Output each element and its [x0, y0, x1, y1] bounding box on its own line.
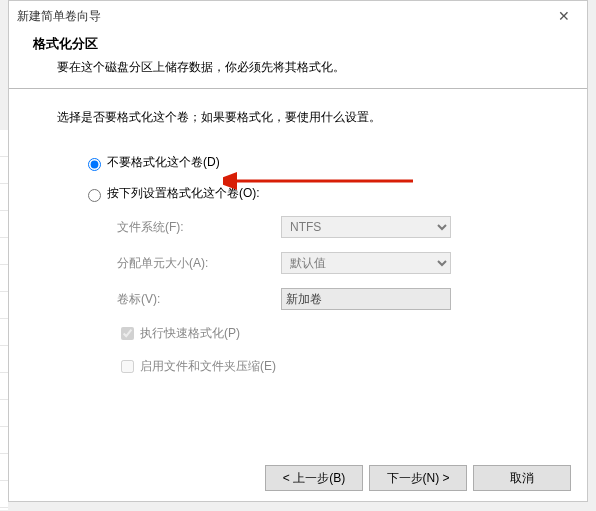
- filesystem-select: NTFS: [281, 216, 451, 238]
- quick-format-label: 执行快速格式化(P): [140, 325, 240, 342]
- allocation-select: 默认值: [281, 252, 451, 274]
- titlebar-text: 新建简单卷向导: [17, 1, 101, 31]
- titlebar: 新建简单卷向导 ✕: [9, 1, 587, 31]
- close-icon[interactable]: ✕: [549, 1, 579, 31]
- quick-format-row: 执行快速格式化(P): [117, 324, 539, 343]
- compress-checkbox: [121, 360, 134, 373]
- back-button[interactable]: < 上一步(B): [265, 465, 363, 491]
- radio-no-format[interactable]: [88, 158, 101, 171]
- wizard-footer: < 上一步(B) 下一步(N) > 取消: [265, 465, 571, 491]
- filesystem-row: 文件系统(F): NTFS: [117, 216, 539, 238]
- volume-label-text: 卷标(V):: [117, 291, 281, 308]
- compress-row: 启用文件和文件夹压缩(E): [117, 357, 539, 376]
- volume-label-input: [281, 288, 451, 310]
- filesystem-label: 文件系统(F):: [117, 219, 281, 236]
- header-description: 要在这个磁盘分区上储存数据，你必须先将其格式化。: [33, 59, 563, 76]
- background-left-strip: [0, 130, 8, 510]
- radio-no-format-label: 不要格式化这个卷(D): [107, 154, 220, 171]
- wizard-content: 选择是否要格式化这个卷；如果要格式化，要使用什么设置。 不要格式化这个卷(D) …: [9, 89, 587, 376]
- radio-do-format[interactable]: [88, 189, 101, 202]
- volume-label-row: 卷标(V):: [117, 288, 539, 310]
- allocation-label: 分配单元大小(A):: [117, 255, 281, 272]
- format-form: 文件系统(F): NTFS 分配单元大小(A): 默认值 卷标(V):: [117, 216, 539, 310]
- radio-no-format-row[interactable]: 不要格式化这个卷(D): [83, 154, 539, 171]
- wizard-dialog: 新建简单卷向导 ✕ 格式化分区 要在这个磁盘分区上储存数据，你必须先将其格式化。…: [8, 0, 588, 502]
- compress-label: 启用文件和文件夹压缩(E): [140, 358, 276, 375]
- quick-format-checkbox: [121, 327, 134, 340]
- allocation-row: 分配单元大小(A): 默认值: [117, 252, 539, 274]
- header-title: 格式化分区: [33, 35, 563, 53]
- radio-do-format-row[interactable]: 按下列设置格式化这个卷(O):: [83, 185, 539, 202]
- next-button[interactable]: 下一步(N) >: [369, 465, 467, 491]
- wizard-header: 格式化分区 要在这个磁盘分区上储存数据，你必须先将其格式化。: [9, 31, 587, 88]
- radio-do-format-label: 按下列设置格式化这个卷(O):: [107, 185, 260, 202]
- prompt-text: 选择是否要格式化这个卷；如果要格式化，要使用什么设置。: [57, 109, 539, 126]
- cancel-button[interactable]: 取消: [473, 465, 571, 491]
